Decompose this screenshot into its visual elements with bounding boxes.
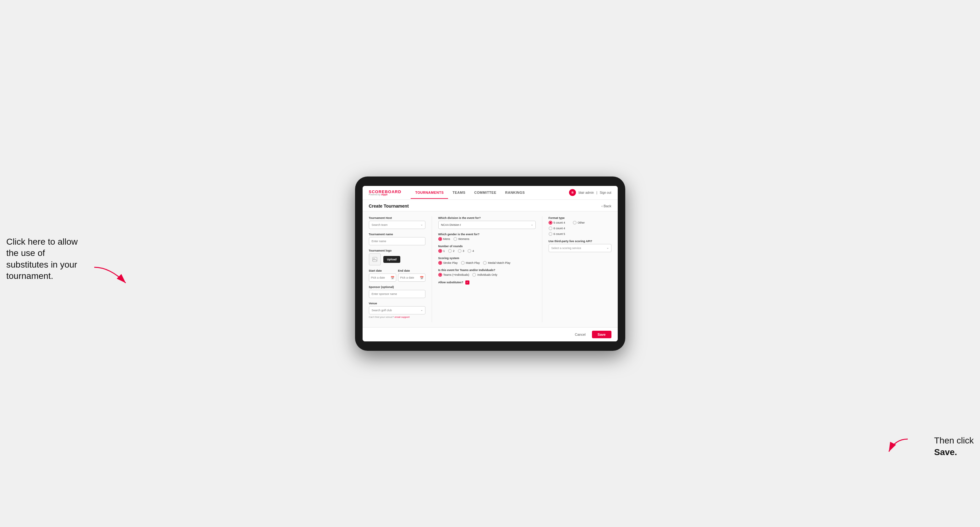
gender-mens-label: Mens [443,237,450,241]
nav-link-committee[interactable]: COMMITTEE [470,187,501,199]
rounds-4-label: 4 [473,249,474,252]
nav-separator: | [597,191,597,194]
format-5count4[interactable]: 5 count 4 [549,221,565,225]
gender-womens-radio[interactable] [453,237,457,241]
format-row-3: 6 count 5 [549,232,611,236]
rounds-4[interactable]: 4 [468,249,474,253]
format-row-1: 5 count 4 Other [549,221,611,225]
rounds-3-radio[interactable] [458,249,461,253]
sponsor-label: Sponsor (optional) [369,286,425,289]
format-row-2: 6 count 4 [549,227,611,230]
format-5count4-label: 5 count 4 [554,221,565,224]
scoring-label: Scoring system [438,257,536,260]
right-arrow [886,436,911,455]
gender-label: Which gender is the event for? [438,233,536,236]
format-other[interactable]: Other [573,221,585,225]
tournament-host-select-wrapper [369,221,425,229]
substitutes-label: Allow substitutes? [438,281,463,284]
upload-button[interactable]: Upload [383,256,401,263]
tournament-logo-group: Tournament logo Upload [369,249,425,265]
end-date-label: End date [398,269,425,272]
gender-mens[interactable]: Mens [438,237,450,241]
page-header: Create Tournament Back [363,200,618,211]
logo-clippd: clippd [381,194,387,196]
back-link[interactable]: Back [601,204,611,208]
nav-bar: SCOREBOARD Powered by clippd TOURNAMENTS… [363,186,618,200]
col-left: Tournament Host Tournament name Tourname… [369,216,432,322]
page-title: Create Tournament [369,203,409,208]
venue-help: Can't find your venue? email support [369,316,425,319]
format-6count4[interactable]: 6 count 4 [549,227,565,230]
format-other-radio[interactable] [573,221,577,225]
teams-radio-group: Teams (+Individuals) Individuals Only [438,273,536,277]
scoring-group: Scoring system Stroke Play Match Play [438,257,536,265]
tournament-name-input[interactable] [369,237,425,245]
venue-select-wrapper [369,306,425,314]
save-button[interactable]: Save [592,331,611,338]
nav-user: B blair admin | Sign out [569,189,611,196]
scoring-medal[interactable]: Medal Match Play [483,261,511,265]
teams-teams-radio[interactable] [438,273,442,277]
scoring-match[interactable]: Match Play [461,261,480,265]
gender-mens-radio[interactable] [438,237,442,241]
scoring-match-radio[interactable] [461,261,465,265]
venue-input[interactable] [369,306,425,314]
gender-womens-label: Womens [458,237,469,241]
tournament-name-label: Tournament name [369,233,425,236]
annotation-right-text1: Then click [934,436,974,445]
nav-link-tournaments[interactable]: TOURNAMENTS [410,187,448,199]
gender-womens[interactable]: Womens [453,237,469,241]
teams-individuals[interactable]: Individuals Only [472,273,497,277]
format-6count4-radio[interactable] [549,227,552,230]
substitutes-checkbox[interactable]: ✓ [465,281,469,284]
start-date-group: Start date 📅 [369,269,396,282]
tournament-host-group: Tournament Host [369,216,425,229]
rounds-radio-group: 1 2 3 4 [438,249,536,253]
rounds-1-radio[interactable] [438,249,442,253]
teams-teams-label: Teams (+Individuals) [443,273,469,276]
division-select[interactable]: NCAA Division I [438,221,536,229]
nav-link-rankings[interactable]: RANKINGS [501,187,530,199]
rounds-1[interactable]: 1 [438,249,445,253]
nav-link-teams[interactable]: TEAMS [448,187,470,199]
tournament-name-group: Tournament name [369,233,425,245]
form-footer: Cancel Save [363,327,618,341]
cancel-button[interactable]: Cancel [572,331,589,338]
rounds-4-radio[interactable] [468,249,471,253]
division-label: Which division is the event for? [438,216,536,219]
teams-individuals-radio[interactable] [472,273,476,277]
nav-links: TOURNAMENTS TEAMS COMMITTEE RANKINGS [410,187,569,198]
sponsor-input[interactable] [369,290,425,298]
rounds-2-radio[interactable] [448,249,452,253]
nav-signout[interactable]: Sign out [600,191,611,194]
scoring-api-group: Use third-party live scoring API? Select… [549,240,611,252]
format-5count4-radio[interactable] [549,221,552,225]
format-label: Format type [549,216,611,219]
annotation-right: Then click Save. [934,435,974,458]
sponsor-group: Sponsor (optional) [369,286,425,298]
col-mid: Which division is the event for? NCAA Di… [432,216,542,322]
scoring-medal-radio[interactable] [483,261,487,265]
format-6count5-label: 6 count 5 [554,232,565,235]
scoring-match-label: Match Play [466,261,480,264]
venue-email-link[interactable]: email support [395,316,410,319]
gender-radio-group: Mens Womens [438,237,536,241]
gender-group: Which gender is the event for? Mens Wome… [438,233,536,241]
division-select-wrapper: NCAA Division I [438,221,536,229]
rounds-2[interactable]: 2 [448,249,455,253]
scoring-service-select[interactable]: Select a scoring service [549,244,611,252]
logo-area: SCOREBOARD Powered by clippd [369,189,402,196]
format-6count4-label: 6 count 4 [554,227,565,230]
format-6count5-radio[interactable] [549,232,552,236]
tablet-screen: SCOREBOARD Powered by clippd TOURNAMENTS… [363,186,618,341]
format-other-label: Other [578,221,585,224]
scoring-api-label: Use third-party live scoring API? [549,240,611,243]
logo-powered: Powered by clippd [369,194,402,196]
teams-individuals-label: Individuals Only [477,273,497,276]
tournament-host-input[interactable] [369,221,425,229]
scoring-stroke-radio[interactable] [438,261,442,265]
format-6count5[interactable]: 6 count 5 [549,232,565,236]
scoring-stroke[interactable]: Stroke Play [438,261,458,265]
rounds-3[interactable]: 3 [458,249,465,253]
teams-teams[interactable]: Teams (+Individuals) [438,273,469,277]
